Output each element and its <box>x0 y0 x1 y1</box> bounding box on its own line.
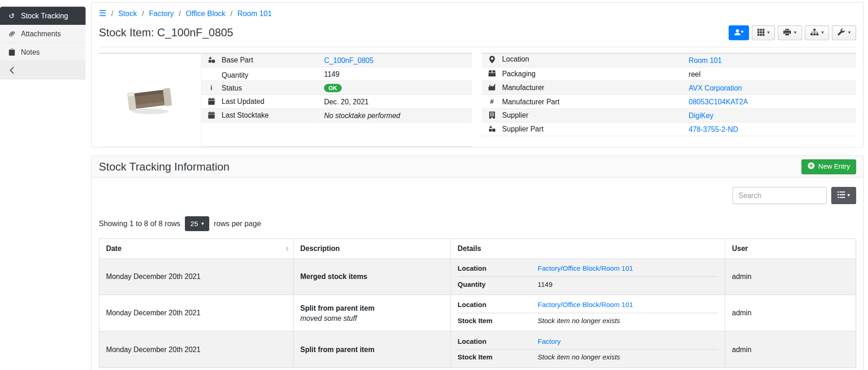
sidebar-collapse-button[interactable] <box>0 61 86 80</box>
user-cell: admin <box>725 331 856 368</box>
detail-key: Stock Item <box>458 353 538 361</box>
item-details: Base Part C_100nF_0805 Quantity 1149 iSt… <box>99 53 856 147</box>
user-cell: admin <box>725 258 856 295</box>
breadcrumb-link-office-block[interactable]: Office Block <box>186 9 225 17</box>
date-cell: Monday December 20th 2021 <box>99 295 293 331</box>
description-cell: Split from parent item moved some stuff <box>293 295 451 331</box>
detail-key: Location <box>458 337 538 345</box>
building-icon <box>488 111 496 119</box>
detail-label: Packaging <box>502 69 535 78</box>
list-icon <box>838 191 845 199</box>
item-details-right-table: Location Room 101 Packaging reel Manufac… <box>482 53 856 136</box>
base-part-link[interactable]: C_100nF_0805 <box>324 56 374 64</box>
date-cell: Monday December 20th 2021 <box>99 258 293 295</box>
calendar-icon <box>207 111 216 119</box>
sidebar-item-label: Stock Tracking <box>21 11 68 20</box>
sidebar-item-label: Attachments <box>21 29 61 38</box>
search-input[interactable] <box>732 187 827 204</box>
sidebar: ↺ Stock Tracking Attachments Notes <box>0 6 86 79</box>
tracking-table: Date ▲▼ Description Details User Monday … <box>99 238 856 368</box>
sitemap-icon <box>811 28 819 37</box>
grid-dropdown-button[interactable]: ▾ <box>752 25 775 40</box>
detail-label: Last Stocktake <box>222 111 269 119</box>
toolbar: ▾ ▾ ▾ <box>729 25 856 40</box>
detail-label: Manufacturer Part <box>502 97 559 106</box>
package-icon <box>488 70 496 77</box>
new-entry-button[interactable]: New Entry <box>802 159 856 174</box>
menu-icon[interactable]: ☰ <box>99 8 106 18</box>
column-header-details: Details <box>451 239 725 258</box>
print-dropdown-button[interactable]: ▾ <box>778 25 802 40</box>
info-icon: i <box>207 84 216 92</box>
breadcrumb-separator: / <box>111 9 114 17</box>
table-row: Monday December 20th 2021 Merged stock i… <box>99 258 856 295</box>
sidebar-item-notes[interactable]: Notes <box>0 43 86 62</box>
table-row: Monday December 20th 2021 Split from par… <box>99 331 856 368</box>
description-cell: Merged stock items <box>293 258 451 295</box>
map-marker-icon <box>488 56 496 63</box>
sidebar-item-stock-tracking[interactable]: ↺ Stock Tracking <box>0 6 86 25</box>
tools-dropdown-button[interactable]: ▾ <box>832 25 856 40</box>
caret-down-icon: ▾ <box>848 30 851 35</box>
description-note: moved some stuff <box>300 314 444 322</box>
breadcrumb-link-factory[interactable]: Factory <box>149 9 174 17</box>
manufacturer-link[interactable]: AVX Corporation <box>689 84 742 92</box>
column-header-user: User <box>725 239 856 258</box>
status-badge: OK <box>324 84 341 92</box>
table-header-row: Date ▲▼ Description Details User <box>99 239 856 258</box>
description-cell: Split from parent item <box>293 331 451 368</box>
supplier-link[interactable]: DigiKey <box>689 111 713 120</box>
breadcrumb-link-stock[interactable]: Stock <box>118 9 137 17</box>
page-size-dropdown[interactable]: 25 ▾ <box>185 216 209 231</box>
detail-label: Status <box>222 84 242 92</box>
printer-icon <box>783 28 791 37</box>
calendar-icon <box>207 97 216 105</box>
wrench-icon <box>838 28 845 37</box>
sitemap-dropdown-button[interactable]: ▾ <box>805 25 829 40</box>
paperclip-icon <box>7 30 16 37</box>
sidebar-item-label: Notes <box>21 48 40 56</box>
chevron-left-icon <box>7 67 16 74</box>
table-options-button[interactable]: ▾ <box>831 187 856 204</box>
user-plus-button[interactable] <box>729 25 749 40</box>
date-cell: Monday December 20th 2021 <box>99 331 293 368</box>
detail-location-link[interactable]: Factory/Office Block/Room 101 <box>538 265 633 273</box>
detail-label: Supplier <box>502 111 528 119</box>
detail-location-link[interactable]: Factory <box>538 337 561 345</box>
detail-value: 1149 <box>538 281 552 289</box>
detail-value: Stock item no longer exists <box>538 353 620 361</box>
shapes-icon <box>207 56 216 63</box>
rows-per-page-label: rows per page <box>214 220 261 228</box>
breadcrumb-separator: / <box>142 9 144 17</box>
caret-down-icon: ▾ <box>822 30 824 35</box>
supplier-part-link[interactable]: 478-3755-2-ND <box>689 125 738 133</box>
location-link[interactable]: Room 101 <box>689 56 722 64</box>
history-icon: ↺ <box>7 11 16 20</box>
sidebar-item-attachments[interactable]: Attachments <box>0 25 86 43</box>
quantity-value: 1149 <box>324 70 339 78</box>
breadcrumb-separator: / <box>230 9 233 17</box>
divider <box>99 47 856 47</box>
note-icon <box>7 48 16 56</box>
column-header-date[interactable]: Date ▲▼ <box>99 239 293 258</box>
manufacturer-part-link[interactable]: 08053C104KAT2A <box>689 97 748 106</box>
page: ↺ Stock Tracking Attachments Notes ☰ <box>0 0 868 370</box>
caret-down-icon: ▾ <box>794 30 796 35</box>
details-cell: Location Factory Stock Item Stock item n… <box>451 331 725 368</box>
detail-label: Location <box>502 55 529 63</box>
part-thumbnail[interactable] <box>99 53 201 147</box>
detail-key: Location <box>458 301 538 309</box>
detail-label: Last Updated <box>222 97 264 105</box>
stock-tracking-panel: Stock Tracking Information New Entry ▾ <box>91 155 864 370</box>
breadcrumb-link-room-101[interactable]: Room 101 <box>237 9 272 17</box>
detail-value: Stock item no longer exists <box>538 317 620 325</box>
detail-location-link[interactable]: Factory/Office Block/Room 101 <box>538 301 633 309</box>
details-cell: Location Factory/Office Block/Room 101 Q… <box>451 258 725 295</box>
page-size-value: 25 <box>190 220 198 228</box>
detail-label: Quantity <box>222 71 248 80</box>
main-content: ☰ / Stock / Factory / Office Block / Roo… <box>91 2 864 370</box>
sort-icon: ▲▼ <box>285 245 289 251</box>
capacitor-image <box>126 82 173 115</box>
page-title: Stock Item: C_100nF_0805 <box>99 26 233 39</box>
detail-key: Stock Item <box>458 317 538 325</box>
